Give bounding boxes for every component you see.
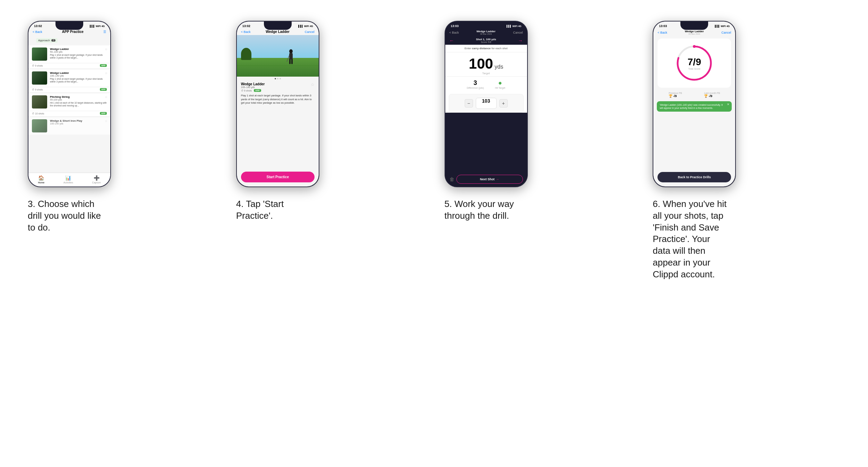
diff-label: Difference (yds) [467,87,484,89]
hit-label: Hit Target [495,87,505,89]
bottom-nav-home[interactable]: 🏠 Home [38,175,44,184]
diff-value: 3 [467,79,484,87]
next-shot-btn-5[interactable]: Next Shot → [456,175,523,184]
activities-label: Activities [63,181,73,184]
prev-pb-label-6: Previous PB [669,92,682,94]
bottom-nav-capture[interactable]: ➕ Capture [92,175,101,184]
target-value-5: 100 [469,55,493,72]
last-pb-label-6: Last month PB [704,92,720,94]
status-icons-3: ▌▌▌ WiFi 4G [90,25,105,27]
cancel-btn-6[interactable]: Cancel [721,31,731,34]
time-5: 13:03 [451,24,459,28]
app-badge-4: APP [254,89,261,92]
hit-icon: ● [495,79,505,87]
next-arrow-5[interactable]: → [518,38,523,43]
star-icon-4-detail[interactable]: ☆ [311,82,315,87]
shot-score-5: Score 5/9 [476,41,496,43]
decrement-btn-5[interactable]: − [465,99,473,107]
total-score-label-6: Total Score [688,68,701,70]
nav-title-line1-6: Wedge Ladder [685,30,704,33]
back-to-drills-btn-6[interactable]: Back to Practice Drills [658,172,731,182]
drill-name-4: Wedge Ladder [241,82,265,86]
star-icon-1[interactable]: ☆ [105,47,108,51]
capture-icon: ➕ [94,175,100,181]
score-text-6: 7/9 Total Score [688,57,701,70]
back-btn-3[interactable]: < Back [33,30,42,34]
back-btn-6[interactable]: < Back [658,31,667,34]
drill-item-3[interactable]: Pitching String 55-100 yds Hit 1 shot at… [28,93,110,111]
drill-desc-2: Play 1 shot at each target yardage. If y… [50,78,107,84]
cancel-btn-4[interactable]: Cancel [305,30,315,34]
app-badge-2: APP [100,88,107,91]
drill-info-2: Wedge Ladder 100–140 yds Play 1 shot at … [50,71,107,84]
phone-3-screen: 13:02 ▌▌▌ WiFi 4G < Back APP Practice ☰ [28,21,110,187]
hit-stat: ● Hit Target [495,79,505,89]
status-icons-6: ▌▌▌ WiFi 4G [715,25,730,27]
section-4: 13:02 ▌▌▌ WiFi 4G < Back Wedge Ladder Ca… [236,21,424,222]
trophy-2: 🏆 [704,94,708,98]
drill-info-4: Wedge & Short Iron Play 100-140 yds [50,119,107,125]
caption-4: 4. Tap 'Start Practice'. [236,198,312,222]
shot-info-5: Shot 1, 100 yds Score 5/9 [476,38,496,43]
nav-title-line1-5: Wedge Ladder [476,30,496,33]
delete-icon-5[interactable]: 🗑 [449,176,454,182]
capture-label: Capture [92,181,101,184]
drill-item-4[interactable]: Wedge & Short Iron Play 100-140 yds ☆ [28,117,110,135]
phone-5-screen: 13:03 ▌▌▌ WiFi 4G < Back Wedge Ladder 06… [445,21,527,187]
toast-close-6[interactable]: ✕ [727,103,730,107]
drill-desc-1: Play 1 shot at each target yardage. If y… [50,54,107,60]
time-4: 13:02 [242,24,250,28]
dot-3 [280,78,281,79]
screen4-content: Wedge Ladder 100–140 yds ☆ ⏱ 9 shots APP… [237,81,319,134]
caption-6: 6. When you've hit all your shots, tap '… [653,198,729,280]
app-badge-1: APP [100,64,107,67]
target-unit-5: yds [495,64,503,70]
hit-stats-5: 3 Difference (yds) ● Hit Target [445,76,527,92]
notch-4 [264,21,292,30]
target-display-5: 100 yds Target [445,52,527,76]
caption-5: 5. Work your way through the drill. [445,198,521,222]
prev-arrow-5[interactable]: ← [449,38,454,43]
drill-name-4: Wedge & Short Iron Play [50,119,107,122]
nav-title-3: APP Practice [62,30,84,34]
section-5: 13:03 ▌▌▌ WiFi 4G < Back Wedge Ladder 06… [445,21,632,222]
toast-text-6: 'Wedge Ladder (100–140 yds)' was created… [660,104,723,109]
score-circle-6: 7/9 Total Score [675,44,713,82]
star-icon-3[interactable]: ☆ [105,95,108,99]
increment-btn-5[interactable]: + [499,99,508,107]
shots-row-4: ⏱ 9 shots APP [241,89,315,92]
drill-info-block-4: Wedge Ladder 100–140 yds [241,82,265,88]
nav-date-6: 06 Mar 2023 [685,33,704,35]
input-value-5[interactable]: 103 [476,98,497,109]
start-practice-btn[interactable]: Start Practice [241,172,315,182]
dot-1 [275,78,276,79]
caption-3: 3. Choose which drill you would like to … [28,198,104,233]
approach-count: 7 [51,39,55,42]
back-btn-4[interactable]: < Back [241,30,251,34]
shots-count-1: ⏱ 9 shots [32,64,43,67]
shot-title-5: Shot 1, 100 yds [476,38,496,41]
notch-5 [472,21,500,30]
notch-6 [680,21,708,30]
star-icon-4[interactable]: ☆ [105,119,108,123]
star-icon-2[interactable]: ☆ [105,71,108,75]
shot-content-5: Enter carry distance for each shot 100 y… [445,45,527,113]
svg-line-4 [287,55,289,62]
drill-item-1[interactable]: Wedge Ladder 50–100 yds Play 1 shot at e… [28,45,110,63]
drill-item-2[interactable]: Wedge Ladder 100–140 yds Play 1 shot at … [28,69,110,87]
back-btn-5[interactable]: < Back [449,31,459,34]
shots-4: ⏱ 9 shots [241,89,252,92]
cancel-btn-5[interactable]: Cancel [513,31,523,34]
approach-tag: Approach 7 [36,38,58,43]
nav-title-4: Wedge Ladder [266,30,290,34]
nav-menu-3[interactable]: ☰ [103,30,106,34]
bottom-nav-3: 🏠 Home 📊 Activities ➕ Capture [28,173,110,187]
drill-range-1: 50–100 yds [50,51,107,53]
phone-5: 13:03 ▌▌▌ WiFi 4G < Back Wedge Ladder 06… [445,21,528,187]
shots-count-3: ⏱ 10 shots [32,112,44,115]
trophy-1: 🏆 [669,94,672,98]
bottom-nav-activities[interactable]: 📊 Activities [63,175,73,184]
golfer-svg [286,49,296,68]
drill-img-4 [32,119,47,132]
trees [241,48,251,60]
